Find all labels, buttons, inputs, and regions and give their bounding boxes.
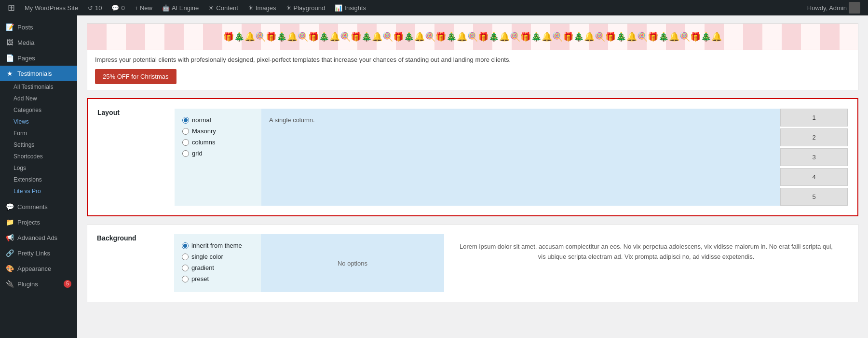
bg-radio-single-color[interactable] — [182, 254, 189, 260]
testimonials-submenu: All Testimonials Add New Categories View… — [0, 81, 77, 197]
plugins-label: Plugins — [17, 281, 38, 288]
bg-option-inherit[interactable]: inherit from theme — [182, 242, 253, 249]
layout-option-masonry[interactable]: Masonry — [182, 127, 254, 135]
posts-icon: 📝 — [6, 23, 14, 31]
layout-preview-text: A single column. — [269, 116, 315, 124]
comments-label: Comments — [17, 203, 48, 211]
bg-radio-preset[interactable] — [182, 276, 189, 282]
column-btn-2[interactable]: 2 — [780, 128, 848, 146]
appearance-label: Appearance — [17, 265, 51, 272]
appearance-icon: 🎨 — [6, 265, 14, 272]
promo-button[interactable]: 25% OFF for Christmas — [95, 69, 176, 84]
submenu-shortcodes[interactable]: Shortcodes — [0, 151, 77, 162]
background-text-preview: Lorem ipsum dolor sit amet, accusam comp… — [444, 234, 848, 292]
lorem-text: Lorem ipsum dolor sit amet, accusam comp… — [460, 243, 833, 260]
all-testimonials-label: All Testimonials — [14, 84, 53, 90]
categories-label: Categories — [14, 107, 41, 113]
plugins-badge: 5 — [64, 280, 71, 288]
wp-logo[interactable]: ⊞ — [4, 0, 19, 15]
new-button[interactable]: + New — [131, 0, 156, 15]
comment-icon: 💬 — [111, 4, 119, 12]
advanced-ads-label: Advanced Ads — [17, 234, 57, 241]
submenu-add-new[interactable]: Add New — [0, 93, 77, 104]
promo-decorative: 🎁🎄🔔🍭🎁🎄🔔🍭🎁🎄🔔🍭🎁🎄🔔🍭🎁🎄🔔🍭🎁🎄🔔🍭🎁🎄🔔🍭🎁🎄🔔🍭🎁🎄🔔🍭🎁🎄🔔🍭… — [87, 24, 858, 50]
bg-single-color-label: single color — [191, 253, 223, 260]
add-new-label: Add New — [14, 95, 37, 102]
submenu-settings[interactable]: Settings — [0, 139, 77, 151]
submenu-logs[interactable]: Logs — [0, 162, 77, 174]
bg-radio-gradient[interactable] — [182, 265, 189, 271]
promo-text: Impress your potential clients with prof… — [87, 50, 858, 69]
form-label: Form — [14, 130, 27, 137]
submenu-views[interactable]: Views — [0, 116, 77, 127]
sidebar-item-projects[interactable]: 📁 Projects — [0, 214, 77, 230]
images-menu[interactable]: ☀ Images — [244, 0, 280, 15]
background-preview: No options — [261, 234, 444, 292]
bg-option-gradient[interactable]: gradient — [182, 264, 253, 271]
sidebar-item-posts[interactable]: 📝 Posts — [0, 19, 77, 35]
sidebar-item-comments[interactable]: 💬 Comments — [0, 199, 77, 214]
main-content: 🎁🎄🔔🍭🎁🎄🔔🍭🎁🎄🔔🍭🎁🎄🔔🍭🎁🎄🔔🍭🎁🎄🔔🍭🎁🎄🔔🍭🎁🎄🔔🍭🎁🎄🔔🍭🎁🎄🔔🍭… — [77, 15, 868, 338]
sidebar-item-testimonials[interactable]: ★ Testimonials — [0, 66, 77, 81]
column-btn-4[interactable]: 4 — [780, 168, 848, 186]
site-name[interactable]: My WordPress Site — [21, 0, 82, 15]
playground-menu[interactable]: ☀ Playground — [282, 0, 329, 15]
logs-label: Logs — [14, 165, 26, 171]
layout-radio-normal[interactable] — [182, 117, 189, 124]
background-section-label: Background — [97, 234, 136, 242]
new-label: + New — [135, 4, 152, 12]
column-btn-1[interactable]: 1 — [780, 109, 848, 127]
bg-option-preset[interactable]: preset — [182, 275, 253, 282]
howdy-menu[interactable]: Howdy, Admin — [803, 0, 864, 15]
sidebar: 📝 Posts 🖼 Media 📄 Pages ★ Testimonials A… — [0, 15, 77, 338]
submenu-categories[interactable]: Categories — [0, 104, 77, 116]
bg-inherit-label: inherit from theme — [191, 242, 242, 249]
promo-banner: 🎁🎄🔔🍭🎁🎄🔔🍭🎁🎄🔔🍭🎁🎄🔔🍭🎁🎄🔔🍭🎁🎄🔔🍭🎁🎄🔔🍭🎁🎄🔔🍭🎁🎄🔔🍭🎁🎄🔔🍭… — [87, 23, 858, 90]
sidebar-item-media[interactable]: 🖼 Media — [0, 35, 77, 50]
submenu-lite-vs-pro[interactable]: Lite vs Pro — [0, 185, 77, 197]
media-icon: 🖼 — [6, 39, 14, 46]
ai-engine-label: AI Engine — [172, 4, 199, 12]
pretty-links-icon: 🔗 — [6, 249, 14, 257]
column-btn-3[interactable]: 3 — [780, 148, 848, 166]
submenu-all-testimonials[interactable]: All Testimonials — [0, 81, 77, 93]
layout-radio-columns[interactable] — [182, 139, 189, 146]
insights-icon: 📊 — [335, 4, 342, 12]
bg-option-single-color[interactable]: single color — [182, 253, 253, 260]
no-options-text: No options — [338, 260, 367, 267]
layout-option-columns[interactable]: columns — [182, 139, 254, 146]
layout-radio-masonry[interactable] — [182, 128, 189, 135]
ai-engine-menu[interactable]: 🤖 AI Engine — [158, 0, 203, 15]
layout-option-grid[interactable]: grid — [182, 150, 254, 157]
layout-radio-grid[interactable] — [182, 150, 189, 157]
insights-menu[interactable]: 📊 Insights — [331, 0, 370, 15]
ai-engine-icon: 🤖 — [162, 4, 170, 12]
sidebar-item-advanced-ads[interactable]: 📢 Advanced Ads — [0, 230, 77, 245]
layout-option-normal[interactable]: normal — [182, 116, 254, 124]
playground-icon: ☀ — [286, 4, 292, 12]
layout-section-label: Layout — [97, 109, 120, 116]
images-icon: ☀ — [248, 4, 254, 12]
howdy-label: Howdy, Admin — [807, 4, 847, 12]
submenu-extensions[interactable]: Extensions — [0, 174, 77, 185]
revision-counter[interactable]: ↺ 10 — [84, 0, 106, 15]
bg-gradient-label: gradient — [191, 264, 214, 271]
background-section: Background inherit from theme single col… — [87, 224, 858, 302]
sidebar-item-plugins[interactable]: 🔌 Plugins 5 — [0, 276, 77, 292]
layout-normal-label: normal — [192, 116, 211, 124]
column-btn-5[interactable]: 5 — [780, 188, 848, 206]
comment-counter[interactable]: 💬 0 — [108, 0, 128, 15]
content-menu[interactable]: ☀ Content — [204, 0, 242, 15]
content-icon: ☀ — [208, 4, 214, 12]
sidebar-item-appearance[interactable]: 🎨 Appearance — [0, 261, 77, 276]
layout-section: Layout normal Masonry columns — [87, 98, 858, 216]
projects-icon: 📁 — [6, 218, 14, 226]
layout-columns-label: columns — [192, 139, 215, 146]
sidebar-item-pretty-links[interactable]: 🔗 Pretty Links — [0, 245, 77, 261]
settings-label: Settings — [14, 141, 34, 148]
posts-label: Posts — [17, 24, 33, 31]
sidebar-item-pages[interactable]: 📄 Pages — [0, 50, 77, 66]
media-label: Media — [17, 39, 34, 46]
bg-radio-inherit[interactable] — [182, 242, 189, 249]
submenu-form[interactable]: Form — [0, 127, 77, 139]
